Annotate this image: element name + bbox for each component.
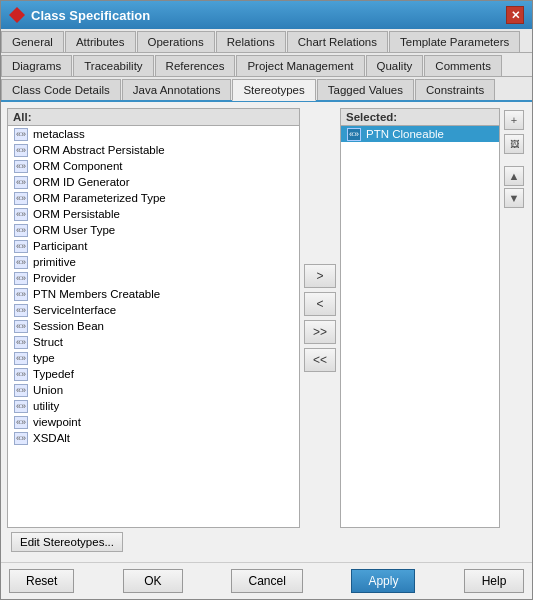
tab-stereotypes[interactable]: Stereotypes — [232, 79, 315, 101]
list-item[interactable]: «» ORM Persistable — [8, 206, 299, 222]
list-item[interactable]: «» XSDAlt — [8, 430, 299, 446]
tab-general[interactable]: General — [1, 31, 64, 52]
stereo-icon: «» — [12, 432, 30, 444]
list-item[interactable]: «» Typedef — [8, 366, 299, 382]
transfer-buttons: > < >> << — [300, 108, 340, 528]
tab-constraints[interactable]: Constraints — [415, 79, 495, 100]
tabs-row-3: Class Code Details Java Annotations Ster… — [1, 77, 532, 102]
stereo-icon: «» — [12, 160, 30, 172]
list-item[interactable]: «» ORM Abstract Persistable — [8, 142, 299, 158]
stereo-icon: «» — [12, 384, 30, 396]
tab-project-management[interactable]: Project Management — [236, 55, 364, 76]
list-item[interactable]: «» Struct — [8, 334, 299, 350]
stereo-icon: «» — [12, 320, 30, 332]
tab-comments[interactable]: Comments — [424, 55, 502, 76]
ok-button[interactable]: OK — [123, 569, 183, 593]
cancel-button[interactable]: Cancel — [231, 569, 302, 593]
list-item[interactable]: «» ORM Component — [8, 158, 299, 174]
move-all-left-button[interactable]: << — [304, 348, 336, 372]
list-item[interactable]: «» Participant — [8, 238, 299, 254]
selected-list[interactable]: «» PTN Cloneable — [341, 126, 499, 527]
stereo-icon: «» — [12, 272, 30, 284]
tab-operations[interactable]: Operations — [137, 31, 215, 52]
list-item[interactable]: «» viewpoint — [8, 414, 299, 430]
apply-button[interactable]: Apply — [351, 569, 415, 593]
list-item[interactable]: «» ORM ID Generator — [8, 174, 299, 190]
stereo-icon: «» — [12, 368, 30, 380]
list-item[interactable]: «» PTN Members Creatable — [8, 286, 299, 302]
stereo-icon: «» — [12, 352, 30, 364]
move-right-button[interactable]: > — [304, 264, 336, 288]
tab-chart-relations[interactable]: Chart Relations — [287, 31, 388, 52]
list-item[interactable]: «» metaclass — [8, 126, 299, 142]
tab-relations[interactable]: Relations — [216, 31, 286, 52]
tab-class-code-details[interactable]: Class Code Details — [1, 79, 121, 100]
image-button[interactable]: 🖼 — [504, 134, 524, 154]
stereo-icon: «» — [12, 416, 30, 428]
list-item[interactable]: «» Session Bean — [8, 318, 299, 334]
tab-quality[interactable]: Quality — [366, 55, 424, 76]
stereo-icon: «» — [12, 304, 30, 316]
bottom-buttons: Reset OK Cancel Apply Help — [1, 562, 532, 599]
list-item[interactable]: «» ORM User Type — [8, 222, 299, 238]
tab-diagrams[interactable]: Diagrams — [1, 55, 72, 76]
list-item[interactable]: «» Union — [8, 382, 299, 398]
stereo-icon: «» — [12, 208, 30, 220]
main-panels: All: «» metaclass «» ORM Abstract Persis… — [7, 108, 500, 528]
title-bar-left: Class Specification — [9, 7, 150, 23]
add-button[interactable]: + — [504, 110, 524, 130]
stereo-icon: «» — [12, 128, 30, 140]
stereo-icon: «» — [12, 240, 30, 252]
list-item[interactable]: «» ServiceInterface — [8, 302, 299, 318]
tab-java-annotations[interactable]: Java Annotations — [122, 79, 232, 100]
all-header: All: — [8, 109, 299, 126]
move-down-button[interactable]: ▼ — [504, 188, 524, 208]
stereo-icon: «» — [12, 224, 30, 236]
selected-panel: Selected: «» PTN Cloneable — [340, 108, 500, 528]
move-left-button[interactable]: < — [304, 292, 336, 316]
tab-attributes[interactable]: Attributes — [65, 31, 136, 52]
list-item[interactable]: «» type — [8, 350, 299, 366]
list-item[interactable]: «» primitive — [8, 254, 299, 270]
tab-template-parameters[interactable]: Template Parameters — [389, 31, 520, 52]
reset-button[interactable]: Reset — [9, 569, 74, 593]
stereo-icon: «» — [12, 288, 30, 300]
tab-traceability[interactable]: Traceability — [73, 55, 153, 76]
tab-tagged-values[interactable]: Tagged Values — [317, 79, 414, 100]
move-all-right-button[interactable]: >> — [304, 320, 336, 344]
tab-references[interactable]: References — [155, 55, 236, 76]
selected-header: Selected: — [341, 109, 499, 126]
selected-list-item[interactable]: «» PTN Cloneable — [341, 126, 499, 142]
stereo-icon: «» — [12, 400, 30, 412]
content-area: All: «» metaclass «» ORM Abstract Persis… — [1, 102, 532, 562]
list-item[interactable]: «» utility — [8, 398, 299, 414]
outer-right-controls: + 🖼 ▲ ▼ — [504, 108, 526, 528]
stereo-icon: «» — [12, 192, 30, 204]
stereo-icon: «» — [12, 176, 30, 188]
tabs-row-2: Diagrams Traceability References Project… — [1, 53, 532, 77]
main-window: Class Specification ✕ General Attributes… — [0, 0, 533, 600]
list-item[interactable]: «» Provider — [8, 270, 299, 286]
all-panel: All: «» metaclass «» ORM Abstract Persis… — [7, 108, 300, 528]
content-wrapper: All: «» metaclass «» ORM Abstract Persis… — [7, 108, 526, 528]
stereo-icon: «» — [12, 144, 30, 156]
move-up-button[interactable]: ▲ — [504, 166, 524, 186]
stereo-icon: «» — [12, 336, 30, 348]
app-icon — [9, 7, 25, 23]
stereotype-btn-area: Edit Stereotypes... — [7, 528, 526, 556]
close-button[interactable]: ✕ — [506, 6, 524, 24]
help-button[interactable]: Help — [464, 569, 524, 593]
tabs-row-1: General Attributes Operations Relations … — [1, 29, 532, 53]
stereo-icon: «» — [345, 128, 363, 140]
up-down-arrows: ▲ ▼ — [504, 166, 524, 208]
title-bar: Class Specification ✕ — [1, 1, 532, 29]
all-list[interactable]: «» metaclass «» ORM Abstract Persistable… — [8, 126, 299, 527]
stereo-icon: «» — [12, 256, 30, 268]
list-item[interactable]: «» ORM Parameterized Type — [8, 190, 299, 206]
window-title: Class Specification — [31, 8, 150, 23]
edit-stereotypes-button[interactable]: Edit Stereotypes... — [11, 532, 123, 552]
